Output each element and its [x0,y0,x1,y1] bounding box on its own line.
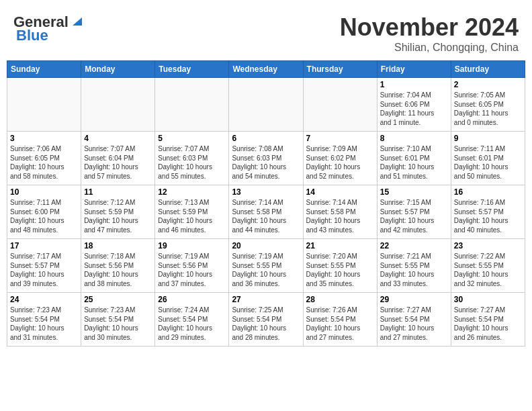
day-number: 20 [232,241,300,250]
calendar-cell: 17Sunrise: 7:17 AM Sunset: 5:57 PM Dayli… [7,239,81,293]
day-number: 24 [10,295,78,304]
day-number: 3 [10,134,78,143]
day-info: Sunrise: 7:05 AM Sunset: 6:05 PM Dayligh… [454,91,522,127]
calendar-cell: 1Sunrise: 7:04 AM Sunset: 6:06 PM Daylig… [377,78,451,132]
calendar-cell: 8Sunrise: 7:10 AM Sunset: 6:01 PM Daylig… [377,132,451,185]
calendar-cell: 20Sunrise: 7:19 AM Sunset: 5:55 PM Dayli… [229,239,303,293]
calendar-cell: 12Sunrise: 7:13 AM Sunset: 5:59 PM Dayli… [155,185,229,239]
weekday-header-sunday: Sunday [7,61,81,78]
calendar-cell: 10Sunrise: 7:11 AM Sunset: 6:00 PM Dayli… [7,185,81,239]
weekday-header-monday: Monday [81,61,155,78]
calendar-cell: 30Sunrise: 7:27 AM Sunset: 5:54 PM Dayli… [451,293,525,347]
day-info: Sunrise: 7:18 AM Sunset: 5:56 PM Dayligh… [84,252,152,288]
day-number: 14 [306,187,374,197]
calendar-cell: 22Sunrise: 7:21 AM Sunset: 5:55 PM Dayli… [377,239,451,293]
day-number: 16 [454,187,522,197]
day-info: Sunrise: 7:27 AM Sunset: 5:54 PM Dayligh… [454,306,522,342]
day-number: 4 [84,134,152,143]
day-info: Sunrise: 7:26 AM Sunset: 5:54 PM Dayligh… [306,306,374,342]
calendar-cell: 27Sunrise: 7:25 AM Sunset: 5:54 PM Dayli… [229,293,303,347]
calendar-cell: 14Sunrise: 7:14 AM Sunset: 5:58 PM Dayli… [303,185,377,239]
day-number: 28 [306,295,374,304]
day-info: Sunrise: 7:15 AM Sunset: 5:57 PM Dayligh… [380,198,448,234]
calendar-week-row-4: 17Sunrise: 7:17 AM Sunset: 5:57 PM Dayli… [7,239,525,293]
day-number: 19 [158,241,226,250]
day-info: Sunrise: 7:12 AM Sunset: 5:59 PM Dayligh… [84,198,152,234]
day-info: Sunrise: 7:25 AM Sunset: 5:54 PM Dayligh… [232,306,300,342]
calendar-cell: 4Sunrise: 7:07 AM Sunset: 6:04 PM Daylig… [81,132,155,185]
calendar-cell: 29Sunrise: 7:27 AM Sunset: 5:54 PM Dayli… [377,293,451,347]
day-info: Sunrise: 7:23 AM Sunset: 5:54 PM Dayligh… [10,306,78,342]
day-info: Sunrise: 7:17 AM Sunset: 5:57 PM Dayligh… [10,252,78,288]
calendar-cell: 3Sunrise: 7:06 AM Sunset: 6:05 PM Daylig… [7,132,81,185]
day-number: 1 [380,80,448,89]
day-info: Sunrise: 7:22 AM Sunset: 5:55 PM Dayligh… [454,252,522,288]
day-number: 6 [232,134,300,143]
calendar-cell: 23Sunrise: 7:22 AM Sunset: 5:55 PM Dayli… [451,239,525,293]
calendar-week-row-5: 24Sunrise: 7:23 AM Sunset: 5:54 PM Dayli… [7,293,525,347]
logo-icon [70,13,85,28]
calendar-cell [303,78,377,132]
calendar-cell: 18Sunrise: 7:18 AM Sunset: 5:56 PM Dayli… [81,239,155,293]
day-number: 25 [84,295,152,304]
day-info: Sunrise: 7:09 AM Sunset: 6:02 PM Dayligh… [306,144,374,181]
day-info: Sunrise: 7:14 AM Sunset: 5:58 PM Dayligh… [232,198,300,234]
calendar-cell: 15Sunrise: 7:15 AM Sunset: 5:57 PM Dayli… [377,185,451,239]
calendar-table: SundayMondayTuesdayWednesdayThursdayFrid… [7,60,525,347]
day-number: 11 [84,187,152,197]
day-number: 27 [232,295,300,304]
day-info: Sunrise: 7:13 AM Sunset: 5:59 PM Dayligh… [158,198,226,234]
month-year-title: November 2024 [340,13,519,42]
day-info: Sunrise: 7:19 AM Sunset: 5:56 PM Dayligh… [158,252,226,288]
page-header: General Blue November 2024 Shilian, Chon… [7,7,525,57]
day-info: Sunrise: 7:19 AM Sunset: 5:55 PM Dayligh… [232,252,300,288]
day-number: 12 [158,187,226,197]
calendar-week-row-2: 3Sunrise: 7:06 AM Sunset: 6:05 PM Daylig… [7,132,525,185]
day-number: 26 [158,295,226,304]
day-info: Sunrise: 7:24 AM Sunset: 5:54 PM Dayligh… [158,306,226,342]
day-number: 22 [380,241,448,250]
calendar-cell: 2Sunrise: 7:05 AM Sunset: 6:05 PM Daylig… [451,78,525,132]
day-number: 18 [84,241,152,250]
calendar-cell: 21Sunrise: 7:20 AM Sunset: 5:55 PM Dayli… [303,239,377,293]
weekday-header-friday: Friday [377,61,451,78]
weekday-header-saturday: Saturday [451,61,525,78]
day-number: 17 [10,241,78,250]
day-number: 29 [380,295,448,304]
day-number: 21 [306,241,374,250]
calendar-header-row: SundayMondayTuesdayWednesdayThursdayFrid… [7,61,525,78]
day-info: Sunrise: 7:06 AM Sunset: 6:05 PM Dayligh… [10,144,78,181]
day-info: Sunrise: 7:08 AM Sunset: 6:03 PM Dayligh… [232,144,300,181]
calendar-cell: 28Sunrise: 7:26 AM Sunset: 5:54 PM Dayli… [303,293,377,347]
day-info: Sunrise: 7:10 AM Sunset: 6:01 PM Dayligh… [380,144,448,181]
calendar-cell: 6Sunrise: 7:08 AM Sunset: 6:03 PM Daylig… [229,132,303,185]
day-number: 7 [306,134,374,143]
day-info: Sunrise: 7:27 AM Sunset: 5:54 PM Dayligh… [380,306,448,342]
logo: General Blue [13,13,85,44]
calendar-cell [7,78,81,132]
day-number: 30 [454,295,522,304]
day-info: Sunrise: 7:04 AM Sunset: 6:06 PM Dayligh… [380,91,448,127]
day-number: 15 [380,187,448,197]
calendar-cell: 26Sunrise: 7:24 AM Sunset: 5:54 PM Dayli… [155,293,229,347]
calendar-week-row-1: 1Sunrise: 7:04 AM Sunset: 6:06 PM Daylig… [7,78,525,132]
calendar-cell: 7Sunrise: 7:09 AM Sunset: 6:02 PM Daylig… [303,132,377,185]
svg-marker-0 [73,17,82,26]
day-number: 5 [158,134,226,143]
logo-blue-text: Blue [16,27,48,44]
weekday-header-wednesday: Wednesday [229,61,303,78]
calendar-cell [229,78,303,132]
calendar-cell: 25Sunrise: 7:23 AM Sunset: 5:54 PM Dayli… [81,293,155,347]
calendar-cell [155,78,229,132]
calendar-cell: 19Sunrise: 7:19 AM Sunset: 5:56 PM Dayli… [155,239,229,293]
day-info: Sunrise: 7:16 AM Sunset: 5:57 PM Dayligh… [454,198,522,234]
day-number: 8 [380,134,448,143]
day-number: 2 [454,80,522,89]
day-info: Sunrise: 7:07 AM Sunset: 6:04 PM Dayligh… [84,144,152,181]
day-info: Sunrise: 7:14 AM Sunset: 5:58 PM Dayligh… [306,198,374,234]
calendar-cell [81,78,155,132]
day-info: Sunrise: 7:07 AM Sunset: 6:03 PM Dayligh… [158,144,226,181]
calendar-cell: 13Sunrise: 7:14 AM Sunset: 5:58 PM Dayli… [229,185,303,239]
weekday-header-tuesday: Tuesday [155,61,229,78]
calendar-cell: 9Sunrise: 7:11 AM Sunset: 6:01 PM Daylig… [451,132,525,185]
